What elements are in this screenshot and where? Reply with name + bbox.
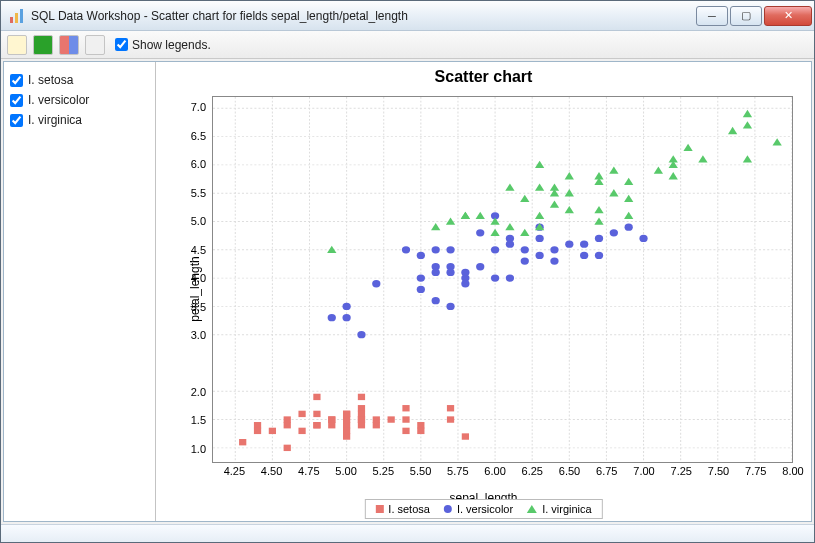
series-checkbox[interactable] [10, 114, 23, 127]
series-label: I. versicolor [28, 93, 89, 107]
plot-area[interactable] [212, 96, 793, 463]
svg-point-78 [417, 252, 425, 259]
svg-rect-41 [313, 394, 320, 400]
svg-marker-125 [535, 183, 544, 190]
plot-container: petal_length 1.01.52.03.03.54.04.55.05.5… [164, 90, 803, 487]
legend-label: I. virginica [542, 503, 592, 515]
svg-rect-69 [462, 433, 469, 439]
svg-rect-45 [328, 422, 335, 428]
series-sidebar: I. setosa I. versicolor I. virginica [4, 62, 156, 521]
svg-marker-114 [431, 223, 440, 230]
svg-rect-53 [358, 394, 365, 400]
svg-marker-151 [743, 121, 752, 128]
svg-marker-153 [743, 155, 752, 162]
show-legends-toggle[interactable]: Show legends. [115, 38, 211, 52]
svg-point-82 [432, 269, 440, 276]
svg-rect-47 [343, 433, 350, 439]
svg-marker-152 [743, 110, 752, 117]
svg-point-85 [446, 246, 454, 253]
svg-rect-67 [447, 416, 454, 422]
svg-point-105 [565, 240, 573, 247]
maximize-button[interactable]: ▢ [730, 6, 762, 26]
triangle-icon [527, 505, 537, 513]
svg-marker-147 [669, 155, 678, 162]
svg-rect-32 [254, 422, 261, 428]
toolbar-style-2[interactable] [33, 35, 53, 55]
svg-rect-64 [402, 428, 409, 434]
svg-rect-50 [343, 428, 350, 434]
svg-rect-2 [20, 9, 23, 23]
svg-marker-137 [594, 172, 603, 179]
svg-marker-121 [505, 223, 514, 230]
svg-point-93 [491, 246, 499, 253]
svg-rect-62 [402, 405, 409, 411]
series-toggle-versicolor[interactable]: I. versicolor [10, 90, 149, 110]
toolbar-style-3[interactable] [59, 35, 79, 55]
svg-point-108 [595, 235, 603, 242]
svg-marker-120 [490, 229, 499, 236]
close-button[interactable]: ✕ [764, 6, 812, 26]
svg-point-73 [357, 331, 365, 338]
app-window: SQL Data Workshop - Scatter chart for fi… [0, 0, 815, 543]
svg-rect-38 [298, 428, 305, 434]
svg-marker-135 [594, 206, 603, 213]
svg-point-81 [432, 246, 440, 253]
toolbar-style-1[interactable] [7, 35, 27, 55]
y-axis-ticks: 1.01.52.03.03.54.04.55.05.56.06.57.0 [164, 96, 210, 463]
svg-rect-63 [402, 416, 409, 422]
svg-marker-126 [535, 212, 544, 219]
svg-rect-39 [298, 411, 305, 417]
svg-rect-58 [358, 416, 365, 422]
svg-rect-52 [343, 411, 350, 417]
svg-rect-33 [254, 428, 261, 434]
svg-point-103 [550, 246, 558, 253]
legend-item-setosa[interactable]: I. setosa [375, 503, 430, 515]
series-checkbox[interactable] [10, 94, 23, 107]
x-axis-ticks: 4.254.504.755.005.255.505.756.006.256.50… [212, 465, 793, 483]
statusbar [1, 524, 814, 542]
svg-rect-40 [313, 411, 320, 417]
svg-marker-123 [520, 195, 529, 202]
minimize-button[interactable]: ─ [696, 6, 728, 26]
svg-point-97 [506, 240, 514, 247]
svg-marker-141 [624, 195, 633, 202]
svg-rect-0 [10, 17, 13, 23]
svg-point-76 [417, 274, 425, 281]
svg-marker-142 [624, 212, 633, 219]
svg-point-79 [432, 297, 440, 304]
svg-point-109 [595, 252, 603, 259]
series-toggle-virginica[interactable]: I. virginica [10, 110, 149, 130]
app-icon [9, 8, 25, 24]
legend-item-versicolor[interactable]: I. versicolor [444, 503, 513, 515]
toolbar-style-4[interactable] [85, 35, 105, 55]
toolbar: Show legends. [1, 31, 814, 59]
svg-marker-149 [698, 155, 707, 162]
svg-point-88 [461, 269, 469, 276]
svg-point-74 [372, 280, 380, 287]
svg-point-90 [476, 263, 484, 270]
svg-point-106 [580, 252, 588, 259]
titlebar[interactable]: SQL Data Workshop - Scatter chart for fi… [1, 1, 814, 31]
legend-item-virginica[interactable]: I. virginica [527, 503, 592, 515]
svg-rect-37 [284, 422, 291, 428]
show-legends-checkbox[interactable] [115, 38, 128, 51]
series-toggle-setosa[interactable]: I. setosa [10, 70, 149, 90]
svg-point-77 [417, 286, 425, 293]
window-title: SQL Data Workshop - Scatter chart for fi… [31, 9, 694, 23]
svg-marker-113 [327, 246, 336, 253]
legend-label: I. setosa [388, 503, 430, 515]
svg-point-91 [476, 229, 484, 236]
svg-point-112 [639, 235, 647, 242]
chart-pane: Scatter chart petal_length 1.01.52.03.03… [156, 62, 811, 521]
svg-rect-51 [343, 416, 350, 422]
svg-rect-55 [358, 422, 365, 428]
svg-point-71 [342, 314, 350, 321]
svg-point-111 [625, 224, 633, 231]
svg-marker-154 [773, 138, 782, 145]
svg-marker-127 [535, 161, 544, 168]
svg-rect-65 [417, 422, 424, 428]
series-checkbox[interactable] [10, 74, 23, 87]
svg-marker-118 [476, 212, 485, 219]
svg-point-89 [461, 280, 469, 287]
svg-marker-140 [609, 166, 618, 173]
